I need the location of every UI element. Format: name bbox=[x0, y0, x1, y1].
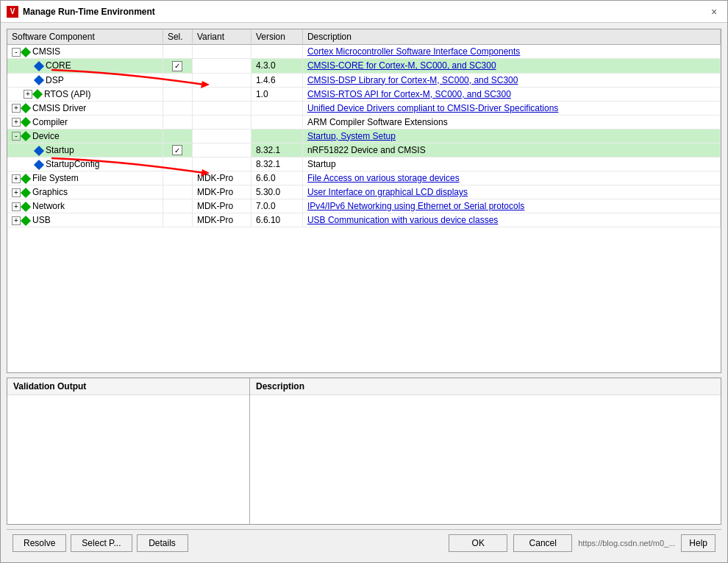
table-row: +RTOS (API)1.0CMSIS-RTOS API for Cortex-… bbox=[7, 87, 721, 101]
row-version-cell bbox=[251, 101, 302, 115]
col-header-variant: Variant bbox=[192, 29, 251, 45]
row-variant-cell bbox=[192, 73, 251, 87]
help-button[interactable]: Help bbox=[681, 534, 715, 552]
row-sel-cell[interactable] bbox=[163, 129, 192, 143]
expand-icon[interactable]: + bbox=[12, 188, 21, 197]
footer-right: OK Cancel https://blog.csdn.net/m0_... H… bbox=[449, 534, 715, 552]
row-variant-cell: MDK-Pro bbox=[192, 199, 251, 213]
row-version-cell bbox=[251, 115, 302, 129]
expand-icon[interactable]: + bbox=[12, 118, 21, 127]
col-header-sel: Sel. bbox=[163, 29, 192, 45]
row-description-cell: nRF51822 Device and CMSIS bbox=[302, 143, 720, 157]
expand-icon[interactable]: - bbox=[12, 48, 21, 57]
col-header-description: Description bbox=[302, 29, 720, 45]
diamond-icon bbox=[32, 89, 43, 99]
table-row: -CMSISCortex Microcontroller Software In… bbox=[7, 45, 721, 59]
expand-icon[interactable]: + bbox=[24, 90, 32, 99]
row-sel-cell[interactable] bbox=[163, 73, 192, 87]
table-row: DSP1.4.6CMSIS-DSP Library for Cortex-M, … bbox=[7, 73, 721, 87]
row-version-cell: 6.6.0 bbox=[251, 171, 302, 185]
row-variant-cell: MDK-Pro bbox=[192, 213, 251, 227]
row-description-cell[interactable]: File Access on various storage devices bbox=[302, 171, 720, 185]
row-description-cell[interactable]: Startup, System Setup bbox=[302, 129, 720, 143]
table-row: +File SystemMDK-Pro6.6.0File Access on v… bbox=[7, 171, 721, 185]
row-variant-cell: MDK-Pro bbox=[192, 185, 251, 199]
select-button[interactable]: Select P... bbox=[71, 534, 132, 552]
row-sel-cell[interactable] bbox=[163, 199, 192, 213]
diamond-blue-icon bbox=[34, 61, 44, 71]
row-variant-cell bbox=[192, 59, 251, 74]
row-name-text: Network bbox=[32, 201, 65, 211]
close-button[interactable]: × bbox=[707, 4, 721, 19]
description-link[interactable]: User Interface on graphical LCD displays bbox=[307, 187, 468, 197]
description-link[interactable]: IPv4/IPv6 Networking using Ethernet or S… bbox=[307, 201, 524, 211]
col-header-component: Software Component bbox=[7, 29, 163, 45]
window-title: Manage Run-Time Environment bbox=[23, 7, 155, 17]
description-link[interactable]: USB Communication with various device cl… bbox=[307, 215, 498, 225]
description-header: Description bbox=[250, 378, 721, 395]
row-name-text: USB bbox=[32, 215, 51, 225]
table-row: StartupConfig8.32.1Startup bbox=[7, 157, 721, 171]
row-name-cell: -CMSIS bbox=[7, 45, 163, 59]
component-table-section: Software Component Sel. Variant Version … bbox=[7, 29, 721, 373]
description-link[interactable]: CMSIS-CORE for Cortex-M, SC000, and SC30… bbox=[307, 60, 496, 71]
row-sel-cell[interactable] bbox=[163, 171, 192, 185]
validation-header: Validation Output bbox=[7, 378, 249, 395]
description-panel: Description bbox=[250, 378, 721, 524]
row-name-text: RTOS (API) bbox=[44, 89, 91, 99]
row-name-cell: Startup bbox=[7, 143, 163, 157]
row-description-cell[interactable]: Unified Device Drivers compliant to CMSI… bbox=[302, 101, 720, 115]
description-link[interactable]: Cortex Microcontroller Software Interfac… bbox=[307, 46, 520, 57]
description-link[interactable]: Startup, System Setup bbox=[307, 131, 396, 141]
row-description-cell[interactable]: CMSIS-CORE for Cortex-M, SC000, and SC30… bbox=[302, 59, 720, 74]
table-row: CORE✓4.3.0CMSIS-CORE for Cortex-M, SC000… bbox=[7, 59, 721, 74]
table-row: Startup✓8.32.1nRF51822 Device and CMSIS bbox=[7, 143, 721, 157]
row-variant-cell bbox=[192, 115, 251, 129]
row-description-cell[interactable]: IPv4/IPv6 Networking using Ethernet or S… bbox=[302, 199, 720, 213]
checkbox-checked[interactable]: ✓ bbox=[172, 61, 182, 71]
description-link[interactable]: Unified Device Drivers compliant to CMSI… bbox=[307, 103, 558, 113]
details-button[interactable]: Details bbox=[137, 534, 188, 552]
row-description-cell: ARM Compiler Software Extensions bbox=[302, 115, 720, 129]
description-link[interactable]: File Access on various storage devices bbox=[307, 173, 460, 183]
row-sel-cell[interactable] bbox=[163, 87, 192, 101]
row-description-cell: Startup bbox=[302, 157, 720, 171]
expand-icon[interactable]: - bbox=[12, 132, 21, 141]
row-sel-cell[interactable] bbox=[163, 45, 192, 59]
row-sel-cell[interactable] bbox=[163, 185, 192, 199]
row-version-cell bbox=[251, 129, 302, 143]
resolve-button[interactable]: Resolve bbox=[13, 534, 66, 552]
table-row: -DeviceStartup, System Setup bbox=[7, 129, 721, 143]
row-sel-cell[interactable] bbox=[163, 101, 192, 115]
expand-icon[interactable]: + bbox=[12, 104, 21, 113]
expand-icon[interactable]: + bbox=[12, 202, 21, 211]
row-version-cell: 5.30.0 bbox=[251, 185, 302, 199]
row-sel-cell[interactable] bbox=[163, 157, 192, 171]
row-version-cell: 8.32.1 bbox=[251, 157, 302, 171]
row-description-cell[interactable]: User Interface on graphical LCD displays bbox=[302, 185, 720, 199]
table-row: +CMSIS DriverUnified Device Drivers comp… bbox=[7, 101, 721, 115]
row-description-cell[interactable]: USB Communication with various device cl… bbox=[302, 213, 720, 227]
row-sel-cell[interactable] bbox=[163, 213, 192, 227]
row-description-cell[interactable]: CMSIS-DSP Library for Cortex-M, SC000, a… bbox=[302, 73, 720, 87]
row-variant-cell bbox=[192, 87, 251, 101]
cancel-button[interactable]: Cancel bbox=[513, 534, 572, 552]
row-name-cell: CORE bbox=[7, 59, 163, 74]
row-sel-cell[interactable]: ✓ bbox=[163, 143, 192, 157]
ok-button[interactable]: OK bbox=[449, 534, 507, 552]
description-link[interactable]: CMSIS-RTOS API for Cortex-M, SC000, and … bbox=[307, 89, 511, 99]
row-version-cell: 8.32.1 bbox=[251, 143, 302, 157]
checkbox-checked[interactable]: ✓ bbox=[172, 145, 182, 155]
row-sel-cell[interactable]: ✓ bbox=[163, 59, 192, 74]
row-description-cell[interactable]: Cortex Microcontroller Software Interfac… bbox=[302, 45, 720, 59]
manage-rte-window: V Manage Run-Time Environment × Software… bbox=[0, 0, 728, 563]
row-sel-cell[interactable] bbox=[163, 115, 192, 129]
expand-icon[interactable]: + bbox=[12, 216, 21, 225]
row-name-cell: +Compiler bbox=[7, 115, 163, 129]
expand-icon[interactable]: + bbox=[12, 174, 21, 183]
description-link[interactable]: CMSIS-DSP Library for Cortex-M, SC000, a… bbox=[307, 75, 518, 85]
row-description-cell[interactable]: CMSIS-RTOS API for Cortex-M, SC000, and … bbox=[302, 87, 720, 101]
row-name-cell: +CMSIS Driver bbox=[7, 101, 163, 115]
main-content: Software Component Sel. Variant Version … bbox=[1, 23, 727, 562]
title-bar: V Manage Run-Time Environment × bbox=[1, 1, 727, 23]
